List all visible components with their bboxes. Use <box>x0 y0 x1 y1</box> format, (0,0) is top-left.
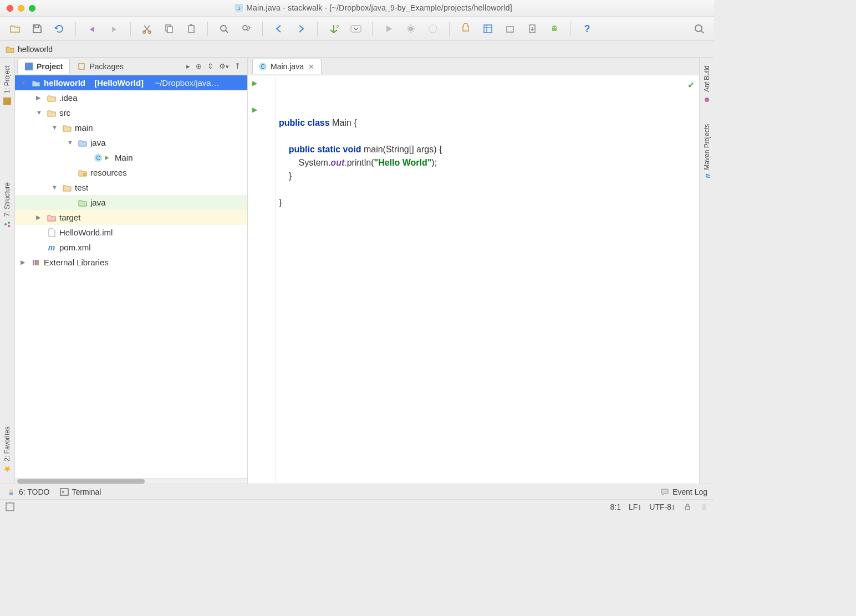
tab-ant-build[interactable]: Ant Build <box>701 61 712 109</box>
toolbar-separator <box>262 22 263 36</box>
project-tabs: Project Packages ▸ ⊕ ⇕ ⚙▾ ⤒ <box>15 58 247 75</box>
caret-position[interactable]: 8:1 <box>610 502 621 511</box>
editor-gutter[interactable]: ▶ ▶ <box>248 75 276 484</box>
svg-point-20 <box>695 25 702 32</box>
code-area[interactable]: ✔ public class Main { public static void… <box>276 75 699 484</box>
cut-button[interactable] <box>137 19 156 38</box>
build-button[interactable]: 01 <box>324 19 343 38</box>
tab-terminal[interactable]: Terminal <box>60 487 101 496</box>
sdk-button[interactable] <box>501 19 519 38</box>
refresh-button[interactable] <box>50 19 69 38</box>
redo-button[interactable] <box>105 19 124 38</box>
svg-point-38 <box>9 489 13 492</box>
library-icon <box>32 258 40 267</box>
tree-node-target[interactable]: ▶target <box>15 210 247 225</box>
open-button[interactable] <box>6 19 24 38</box>
run-button[interactable] <box>379 19 398 38</box>
svg-point-13 <box>429 25 437 33</box>
hide-icon[interactable]: ⤒ <box>235 62 241 70</box>
locate-icon[interactable]: ⊕ <box>196 62 202 70</box>
tab-favorites[interactable]: 2: Favorites <box>2 422 13 478</box>
forward-button[interactable] <box>292 19 310 38</box>
module-icon <box>6 45 14 54</box>
android-button[interactable] <box>545 19 564 38</box>
find-button[interactable] <box>215 19 233 38</box>
tool-windows-icon[interactable] <box>6 502 14 511</box>
tree-node-idea[interactable]: ▶.idea <box>15 90 247 105</box>
close-window-icon[interactable] <box>7 5 13 12</box>
tab-todo[interactable]: 6: TODO <box>7 487 50 496</box>
svg-rect-11 <box>351 25 361 32</box>
file-encoding[interactable]: UTF-8↕ <box>649 502 675 511</box>
tree-node-external-libraries[interactable]: ▶External Libraries <box>15 255 247 270</box>
project-tool-window: Project Packages ▸ ⊕ ⇕ ⚙▾ ⤒ ▼ helloworld… <box>15 58 248 484</box>
tree-node-java[interactable]: ▼java <box>15 135 247 150</box>
svg-rect-7 <box>190 24 192 26</box>
folder-icon <box>63 124 72 132</box>
project-tree[interactable]: ▼ helloworld [HelloWorld] ~/Dropbox/java… <box>15 75 247 478</box>
tree-node-src[interactable]: ▼src <box>15 105 247 120</box>
tab-project[interactable]: 1: Project <box>2 61 13 110</box>
stop-button[interactable] <box>456 19 475 38</box>
svg-rect-29 <box>83 173 86 176</box>
copy-button[interactable] <box>160 19 179 38</box>
hector-icon[interactable] <box>700 502 709 511</box>
scroll-right-icon[interactable]: ▸ <box>186 62 190 70</box>
close-tab-icon[interactable]: ✕ <box>307 63 315 71</box>
project-structure-button[interactable] <box>478 19 497 38</box>
coverage-button[interactable] <box>424 19 442 38</box>
folder-icon <box>47 94 56 102</box>
paste-button[interactable] <box>182 19 201 38</box>
help-button[interactable]: ? <box>578 19 597 38</box>
tree-node-pom[interactable]: mpom.xml <box>15 240 247 255</box>
tab-maven-projects[interactable]: m Maven Projects <box>701 120 712 187</box>
tree-node-test[interactable]: ▼test <box>15 180 247 195</box>
tab-event-log[interactable]: Event Log <box>660 487 707 496</box>
bottom-tool-bar: 6: TODO Terminal Event Log <box>0 484 714 499</box>
project-view-tab[interactable]: Project <box>17 59 70 74</box>
class-icon: C <box>94 153 103 162</box>
editor-body[interactable]: ▶ ▶ ✔ public class Main { public static … <box>248 75 699 484</box>
svg-text:01: 01 <box>337 24 339 28</box>
svg-point-24 <box>8 222 10 224</box>
svg-text:C: C <box>261 64 264 70</box>
svg-rect-42 <box>685 506 690 510</box>
run-line-icon[interactable]: ▶ <box>252 103 257 116</box>
tree-node-main[interactable]: ▼main <box>15 120 247 135</box>
undo-button[interactable] <box>83 19 101 38</box>
svg-rect-6 <box>188 25 194 33</box>
line-separator[interactable]: LF↕ <box>629 502 641 511</box>
tree-node-resources[interactable]: resources <box>15 165 247 180</box>
tree-node-main-class[interactable]: CMain <box>15 150 247 165</box>
back-button[interactable] <box>269 19 288 38</box>
replace-button[interactable] <box>237 19 256 38</box>
svg-rect-31 <box>33 260 34 265</box>
tree-node-test-java[interactable]: java <box>15 195 247 210</box>
tab-structure[interactable]: 7: Structure <box>2 178 13 233</box>
breadcrumb-item[interactable]: helloworld <box>6 45 60 54</box>
svg-rect-39 <box>9 492 13 495</box>
search-everywhere-button[interactable] <box>690 19 709 38</box>
structure-icon <box>3 220 12 229</box>
java-file-icon: J <box>235 4 243 13</box>
tree-node-iml[interactable]: HelloWorld.iml <box>15 225 247 240</box>
editor-tab-main[interactable]: C Main.java ✕ <box>252 59 322 74</box>
settings-gear-icon[interactable]: ⚙▾ <box>219 62 229 70</box>
save-button[interactable] <box>28 19 47 38</box>
fullscreen-window-icon[interactable] <box>29 5 35 12</box>
breadcrumb-label: helloworld <box>18 45 53 54</box>
debug-button[interactable] <box>401 19 420 38</box>
run-line-icon[interactable]: ▶ <box>252 76 257 90</box>
tree-horizontal-scrollbar[interactable] <box>15 478 247 484</box>
folder-icon <box>63 183 72 192</box>
minimize-window-icon[interactable] <box>18 5 24 12</box>
collapse-icon[interactable]: ⇕ <box>207 62 213 70</box>
readonly-lock-icon[interactable] <box>683 502 692 511</box>
packages-view-tab[interactable]: Packages <box>70 59 130 74</box>
update-button[interactable] <box>523 19 542 38</box>
run-config-dropdown[interactable] <box>347 19 365 38</box>
svg-text:J: J <box>238 6 241 11</box>
star-icon <box>3 465 12 474</box>
svg-point-36 <box>705 97 709 102</box>
tree-root[interactable]: ▼ helloworld [HelloWorld] ~/Dropbox/java… <box>15 75 247 90</box>
